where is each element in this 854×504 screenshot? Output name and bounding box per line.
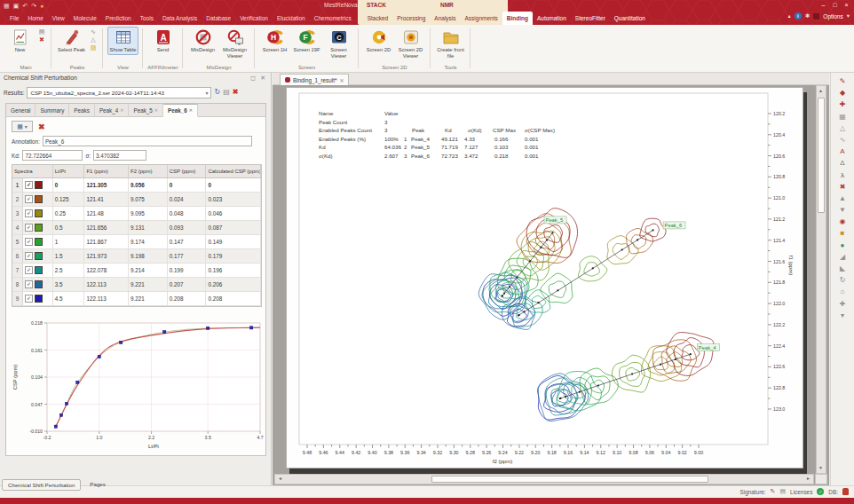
molecule-icon[interactable]: ● (841, 240, 845, 251)
enabled-checkbox[interactable]: ✓ (25, 280, 33, 288)
ribbon-button-create-front-file[interactable]: Create front file (435, 27, 466, 60)
ribbon-button-screen-viewer[interactable]: CScreen Viewer (323, 27, 354, 60)
ribbon-button-screen-2d[interactable]: Screen 2D (363, 27, 394, 55)
vertical-scroll-thumb[interactable] (818, 98, 825, 213)
more-tools-icon[interactable]: ▾ (841, 310, 844, 321)
home-tool-icon[interactable]: ⌂ (841, 286, 845, 297)
menu-tab-tools[interactable]: Tools (136, 12, 158, 25)
ribbon-button-screen-1h[interactable]: HScreen 1H (259, 27, 290, 55)
corner-down-icon[interactable]: ◢ (840, 251, 845, 263)
annotate-pencil-icon[interactable]: ✎ (840, 75, 846, 87)
horizontal-scrollbar[interactable]: ◄ ► (274, 474, 814, 484)
column-header[interactable]: F1 (ppm) (84, 165, 129, 177)
tab-general[interactable]: General (6, 104, 36, 117)
signature-pen-icon[interactable]: ✎ (771, 488, 776, 495)
scroll-left-icon[interactable]: ◄ (275, 474, 285, 484)
enabled-checkbox[interactable]: ✓ (25, 295, 33, 303)
table-row[interactable]: 3✓0.25121.489.0950.0480.046 (12, 207, 261, 221)
close-tab-icon[interactable]: ✕ (120, 104, 123, 117)
menu-tab-automation[interactable]: Automation (533, 12, 571, 25)
menu-tab-molecule[interactable]: Molecule (69, 12, 101, 25)
column-header[interactable]: Lt/Pt (53, 165, 85, 177)
delete-result-icon[interactable]: ✖ (39, 36, 44, 43)
column-header[interactable]: CSP (ppm) (168, 165, 207, 177)
scroll-right-icon[interactable]: ► (803, 474, 813, 484)
text-tool-icon[interactable]: A (840, 146, 844, 157)
table-row[interactable]: 4✓0.5121.6569.1310.0930.087 (12, 221, 261, 235)
db-connection-icon[interactable] (842, 488, 849, 495)
ribbon-button-send[interactable]: ASend (147, 27, 178, 55)
blank-page-icon[interactable]: ▤ (39, 28, 45, 35)
table-row[interactable]: 1✓0121.3059.05600 (12, 178, 261, 193)
edit-peak-icon[interactable]: △ (91, 36, 95, 43)
report-icon[interactable]: ▤ (223, 87, 230, 98)
shapes-icon[interactable]: ◆ (840, 87, 845, 98)
record-icon[interactable]: ● (40, 1, 43, 11)
menu-tab-data-analysis[interactable]: Data Analysis (158, 12, 202, 25)
column-header[interactable]: Calculated CSP (ppm) (206, 165, 261, 177)
triangle-tool-icon[interactable]: △ (840, 122, 845, 134)
page-tab-pages[interactable]: Pages (84, 479, 111, 489)
menu-tab-verification[interactable]: Verification (235, 12, 273, 25)
annotation-input[interactable]: Peak_6 (43, 136, 252, 146)
close-tab-icon[interactable]: ✕ (189, 104, 193, 117)
enabled-checkbox[interactable]: ✓ (25, 195, 33, 203)
open-peaks-folder-icon[interactable]: ▨ (91, 44, 97, 51)
table-row[interactable]: 5✓1121.8679.1740.1470.149 (12, 235, 261, 249)
menu-tab-prediction[interactable]: Prediction (101, 12, 136, 25)
lambda-tool-icon[interactable]: λ (841, 169, 844, 181)
grid-view-icon[interactable]: ▦ (839, 111, 846, 122)
info-icon[interactable]: i (795, 12, 802, 20)
enabled-checkbox[interactable]: ✓ (25, 209, 33, 217)
menu-tab-view[interactable]: View (48, 12, 69, 25)
corner-up-icon[interactable]: ◣ (840, 263, 845, 274)
menu-tab-stacked[interactable]: Stacked (363, 12, 393, 25)
menu-tab-quantitation[interactable]: Quantitation (610, 12, 650, 25)
move-down-icon[interactable]: ▼ (839, 204, 846, 216)
ribbon-button-select-peak[interactable]: Select Peak (56, 27, 87, 55)
refresh-results-icon[interactable]: ↻ (214, 87, 220, 98)
table-row[interactable]: 6✓1.5121.9739.1980.1770.179 (12, 249, 261, 264)
menu-tab-binding[interactable]: Binding (502, 12, 533, 25)
enabled-checkbox[interactable]: ✓ (25, 266, 33, 274)
delete-peak-button[interactable]: ✖ (38, 122, 45, 131)
ribbon-button-show-table[interactable]: Show Table (107, 27, 138, 55)
results-combobox[interactable]: CSP 15n_ububa2_spectra_2.ser 2024-02-14T… (27, 87, 211, 98)
page-tab-chemical-shift-perturbation[interactable]: Chemical Shift Perturbation (2, 479, 81, 491)
chevron-down-icon[interactable]: ▾ (847, 12, 850, 20)
maximize-icon[interactable]: □ (830, 0, 840, 10)
close-panel-icon[interactable]: ✕ (260, 75, 265, 82)
tab-summary[interactable]: Summary (36, 104, 69, 117)
menu-tab-home[interactable]: Home (23, 12, 47, 25)
menu-tab-analysis[interactable]: Analysis (430, 12, 460, 25)
resize-grip[interactable] (815, 474, 827, 484)
signature-stamp-icon[interactable]: ▤ (779, 488, 786, 495)
menu-icon[interactable]: ▦ (4, 1, 10, 11)
ribbon-button-mixdesign[interactable]: MixDesign (187, 27, 218, 55)
enabled-checkbox[interactable]: ✓ (25, 181, 33, 189)
tab-peak_6[interactable]: Peak_6✕ (163, 104, 198, 117)
redo-icon[interactable]: ↷ (31, 1, 36, 11)
vertical-scrollbar[interactable]: ▲ ▼ (816, 85, 826, 474)
menu-tab-file[interactable]: File (5, 12, 23, 25)
scroll-up-icon[interactable]: ▲ (816, 86, 826, 96)
ribbon-button-mixdesign-viewer[interactable]: MixDesign Viewer (219, 27, 250, 60)
curve-tool-icon[interactable]: ∿ (840, 134, 846, 146)
minimize-icon[interactable]: – (818, 0, 828, 10)
ribbon-button-screen-19f[interactable]: FScreen 19F (291, 27, 322, 55)
menu-tab-elucidation[interactable]: Elucidation (273, 12, 310, 25)
table-row[interactable]: 8✓3.5122.1139.2210.2070.206 (12, 278, 261, 292)
column-header[interactable]: F2 (ppm) (129, 165, 168, 177)
settings-gear-icon[interactable]: ✱ (805, 12, 810, 20)
table-row[interactable]: 9✓4.5122.1139.2210.2080.208 (12, 292, 261, 306)
move-up-icon[interactable]: ▲ (839, 193, 846, 204)
auto-peak-icon[interactable]: ∿ (91, 28, 96, 35)
add-trace-icon[interactable]: ✚ (840, 98, 846, 110)
tab-peaks[interactable]: Peaks (69, 104, 95, 117)
close-tab-icon[interactable]: ✕ (154, 104, 158, 117)
collapse-ribbon-icon[interactable]: ▴ (788, 12, 791, 20)
menu-tab-assignments[interactable]: Assignments (461, 12, 502, 25)
menu-tab-database[interactable]: Database (202, 12, 235, 25)
delete-tool-icon[interactable]: ✖ (840, 181, 846, 193)
enabled-checkbox[interactable]: ✓ (25, 252, 33, 260)
